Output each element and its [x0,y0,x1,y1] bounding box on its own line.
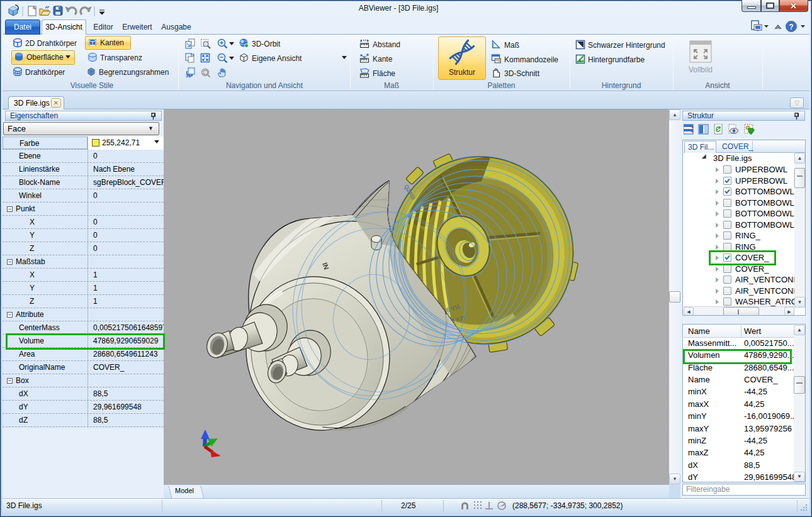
svg-text:35°: 35° [186,74,193,78]
svg-text:?: ? [789,23,793,31]
